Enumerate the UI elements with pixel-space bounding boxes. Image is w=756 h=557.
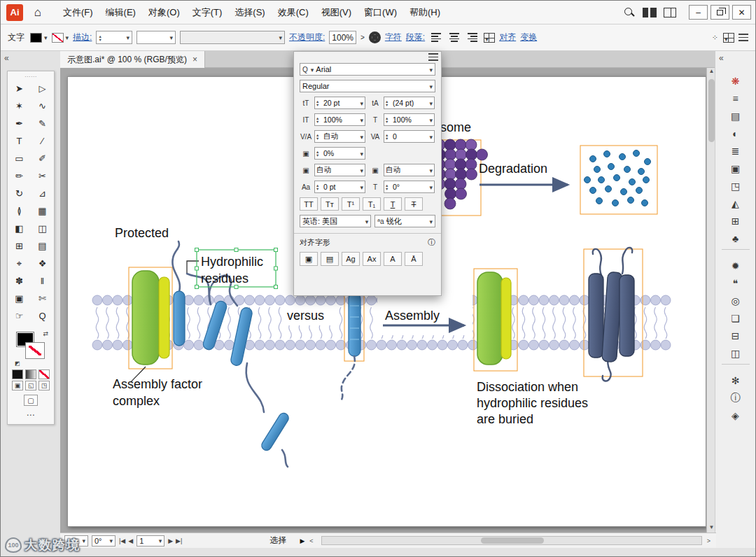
label-dissociation-3[interactable]: are buried <box>477 412 533 426</box>
align-right-button[interactable] <box>465 31 479 44</box>
globe-icon[interactable] <box>369 31 381 43</box>
small-caps-button[interactable]: Tт <box>321 197 339 211</box>
panel-icon-artboards[interactable]: ▣ <box>724 160 748 177</box>
glyph-options-button[interactable] <box>484 33 495 43</box>
panel-icon-comments[interactable]: ❝ <box>724 274 748 292</box>
select-similar-icon[interactable]: ⁘ <box>712 33 719 42</box>
label-degradation[interactable]: Degradation <box>479 162 547 176</box>
assembly-factor-green[interactable] <box>132 271 159 365</box>
font-size-field[interactable]: tT 20 pt <box>300 97 365 109</box>
tsume-right-chevron[interactable] <box>428 166 433 174</box>
panel-icon-stroke[interactable]: ≣ <box>724 142 748 160</box>
assembly-factor-yellow[interactable] <box>159 277 169 358</box>
hscale-spinner[interactable] <box>386 116 391 123</box>
artboard-number-select[interactable]: 1 <box>136 535 164 547</box>
more-tools-button[interactable]: ⋯ <box>24 410 38 420</box>
character-panel-link[interactable]: 字符 <box>385 31 402 43</box>
tool-scissors[interactable]: ✂ <box>31 167 54 185</box>
tsume-left-field[interactable]: ▣ 自动 <box>300 164 365 176</box>
label-assembly-factor-2[interactable]: complex <box>113 394 160 408</box>
dock-control-icon[interactable] <box>723 33 734 43</box>
panel-icon-color-guide[interactable]: ◭ <box>724 195 748 212</box>
panel-icon-actions[interactable]: ◈ <box>724 407 748 424</box>
font-style-chevron[interactable] <box>428 82 433 90</box>
barrel-3[interactable] <box>620 275 634 356</box>
proportional-spacing-field[interactable]: ▣ 0% <box>300 147 365 160</box>
document-tab[interactable]: 示意图.ai* @ 100 % (RGB/预览) × <box>60 51 205 68</box>
kerning-field[interactable]: V/A 自动 <box>300 130 365 143</box>
status-expand-icon[interactable]: ▶ <box>300 537 304 544</box>
tool-lasso[interactable]: ∿ <box>31 97 54 115</box>
glyph-align-baseline-button[interactable]: Ag <box>342 252 360 266</box>
transform-panel-link[interactable]: 变换 <box>520 31 537 43</box>
menu-view[interactable]: 视图(V) <box>315 1 358 24</box>
menu-type[interactable]: 文字(T) <box>186 1 229 24</box>
tsume-right-field[interactable]: ▣ 自动 <box>369 164 435 176</box>
opacity-link[interactable]: 不透明度: <box>289 31 325 43</box>
tool-artboard[interactable]: ▣ <box>8 290 31 307</box>
panel-icon-libraries[interactable]: ⊞ <box>724 212 748 230</box>
panel-icon-properties[interactable]: ≡ <box>724 90 748 107</box>
draw-inside-button[interactable]: ◳ <box>38 381 50 390</box>
degraded-peptides[interactable] <box>584 150 651 206</box>
tool-shape-builder[interactable]: ◧ <box>8 220 31 237</box>
workspace-switcher-icon[interactable] <box>643 8 657 17</box>
opacity-expand-icon[interactable]: > <box>360 34 365 41</box>
language-chevron[interactable] <box>365 217 369 225</box>
align-panel-link[interactable]: 对齐 <box>499 31 516 43</box>
rotation-chevron[interactable] <box>428 183 433 191</box>
stroke-swatch-tool[interactable] <box>26 343 44 358</box>
font-family-chevron[interactable] <box>428 65 433 73</box>
subscript-button[interactable]: T₁ <box>363 197 381 211</box>
menu-object[interactable]: 对象(O) <box>142 1 186 24</box>
restore-button[interactable] <box>710 5 729 20</box>
panel-icon-transparency[interactable]: ◐ <box>724 125 748 142</box>
vscale-spinner[interactable] <box>316 116 322 123</box>
tool-perspective-grid[interactable]: ◫ <box>31 220 54 237</box>
label-hydrophilic-2[interactable]: residues <box>201 272 248 285</box>
draw-normal-button[interactable]: ▣ <box>12 381 23 390</box>
panel-icon-asset-export[interactable]: ◳ <box>724 177 748 195</box>
paragraph-panel-link[interactable]: 段落: <box>406 31 425 43</box>
label-assembly-factor-1[interactable]: Assembly factor <box>113 377 202 391</box>
label-hydrophilic-1[interactable]: Hydrophilic <box>201 255 263 269</box>
color-mode-button[interactable] <box>12 369 23 379</box>
scroll-right-icon[interactable]: > <box>706 537 712 544</box>
leading-spinner[interactable] <box>386 99 391 106</box>
tool-rotate[interactable]: ↻ <box>8 185 31 202</box>
tool-magic-wand[interactable]: ✶ <box>8 97 31 115</box>
vertical-scale-field[interactable]: IT 100% <box>300 113 365 126</box>
gradient-mode-button[interactable] <box>25 369 36 379</box>
right-complex-yellow[interactable] <box>501 278 511 359</box>
helix-2[interactable] <box>202 299 227 351</box>
minimize-button[interactable]: – <box>689 5 708 20</box>
glyph-align-caps-button[interactable]: A <box>384 252 402 266</box>
spinner-icon[interactable] <box>99 34 104 41</box>
barrel-1[interactable] <box>589 274 603 358</box>
opacity-value-box[interactable]: 100% <box>329 31 356 44</box>
horizontal-scale-field[interactable]: T 100% <box>369 113 435 126</box>
strikethrough-button[interactable]: T <box>405 197 423 211</box>
superscript-button[interactable]: T¹ <box>342 197 360 211</box>
tool-hand[interactable]: ☞ <box>8 307 31 325</box>
label-dissociation-2[interactable]: hydrophilic residues <box>477 396 588 410</box>
draw-behind-button[interactable]: ◱ <box>25 381 36 390</box>
expand-panels-icon[interactable]: « <box>715 51 755 65</box>
screen-mode-button[interactable]: ▢ <box>24 395 38 406</box>
stroke-weight-link[interactable]: 描边: <box>73 31 92 43</box>
close-button[interactable]: ✕ <box>732 5 751 20</box>
horizontal-scroll-thumb[interactable] <box>481 537 544 544</box>
menu-effect[interactable]: 效果(C) <box>272 1 315 24</box>
tsume-left-chevron[interactable] <box>359 166 363 174</box>
stroke-weight-stepper[interactable] <box>96 31 132 44</box>
baseline-shift-field[interactable]: Aa 0 pt <box>300 181 365 193</box>
font-size-chevron[interactable] <box>359 99 363 107</box>
underline-button[interactable]: T <box>384 197 402 211</box>
tracking-chevron[interactable] <box>428 132 433 141</box>
next-artboard-button[interactable]: ▶ <box>168 537 173 544</box>
language-select[interactable]: 英语: 美国 <box>300 215 371 227</box>
panel-icon-appearance[interactable]: ◎ <box>724 292 748 309</box>
char-rotation-field[interactable]: T 0° <box>369 181 435 193</box>
panel-icon-graphic-styles[interactable]: ❏ <box>724 309 748 327</box>
glyph-align-average-button[interactable]: Ā <box>405 252 423 266</box>
